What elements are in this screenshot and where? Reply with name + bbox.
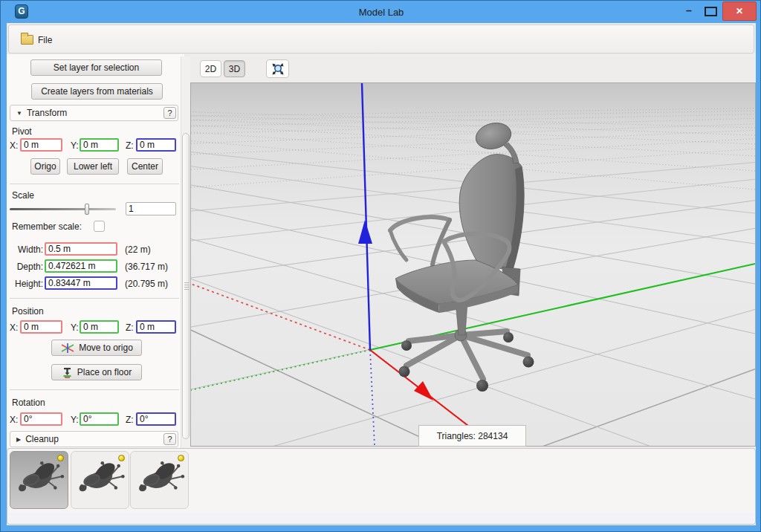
remember-scale-checkbox[interactable] — [94, 221, 105, 232]
create-layers-button[interactable]: Create layers from materials — [31, 83, 163, 100]
height-total: (20.795 m) — [125, 279, 168, 289]
width-label: Width: — [10, 244, 43, 255]
pivot-label: Pivot — [12, 126, 32, 137]
caster-wheel — [401, 340, 412, 351]
client-area: File Set layer for selection Create laye… — [7, 23, 756, 525]
menu-file-label: File — [38, 35, 52, 45]
scene-canvas — [191, 83, 755, 446]
divider — [10, 298, 179, 299]
cleanup-title: Cleanup — [25, 434, 59, 444]
thumbnail-panel — [7, 448, 756, 525]
pivot-lower-left-button[interactable]: Lower left — [67, 158, 119, 175]
menu-file[interactable]: File — [15, 30, 58, 49]
scale-label: Scale — [12, 190, 34, 201]
caster-wheel — [523, 357, 534, 368]
titlebar: G Model Lab – ✕ — [1, 1, 761, 23]
window-title: Model Lab — [1, 1, 761, 23]
chevron-down-icon: ▼ — [16, 110, 22, 117]
status-dot-icon — [118, 455, 125, 461]
zoom-extents-button[interactable] — [266, 59, 289, 78]
pivot-x-input[interactable] — [20, 138, 62, 152]
caster-wheel — [399, 366, 410, 377]
axes-icon — [60, 343, 75, 354]
left-panel: Set layer for selection Create layers fr… — [7, 54, 184, 448]
scale-slider-handle[interactable] — [85, 204, 89, 215]
scrollbar-grip — [184, 282, 189, 291]
set-layer-button[interactable]: Set layer for selection — [30, 59, 162, 76]
position-label: Position — [12, 306, 44, 317]
position-x-input[interactable] — [20, 320, 62, 334]
pivot-x-label: X: — [10, 140, 18, 151]
folder-icon — [21, 35, 33, 45]
status-dot-icon — [178, 455, 184, 461]
view-2d-button[interactable]: 2D — [200, 60, 221, 77]
model-thumbnail-3[interactable] — [130, 451, 189, 509]
remember-scale-label: Remember scale: — [12, 221, 82, 232]
thumbnail-panel-footer — [9, 513, 754, 523]
place-on-floor-icon — [62, 367, 73, 378]
close-button[interactable]: ✕ — [722, 1, 757, 21]
depth-input[interactable] — [45, 259, 117, 273]
depth-label: Depth: — [10, 262, 43, 272]
pivot-y-input[interactable] — [80, 138, 119, 152]
rotation-z-input[interactable] — [136, 412, 176, 426]
scale-slider[interactable] — [10, 208, 116, 210]
width-total: (22 m) — [125, 244, 151, 255]
height-input[interactable] — [45, 276, 117, 290]
transform-help-button[interactable]: ? — [163, 107, 176, 119]
transform-title: Transform — [27, 108, 67, 118]
pivot-z-label: Z: — [126, 140, 134, 151]
pivot-y-label: Y: — [71, 140, 79, 151]
menubar: File — [8, 25, 754, 53]
viewport-3d[interactable]: Triangles: 284134 — [190, 82, 756, 447]
position-z-input[interactable] — [136, 320, 176, 334]
place-on-floor-button[interactable]: Place on floor — [51, 364, 142, 380]
triangle-count-label: Triangles: 284134 — [418, 425, 526, 447]
panel-scrollbar[interactable] — [181, 56, 190, 448]
position-x-label: X: — [10, 322, 18, 333]
model-thumbnail-1[interactable] — [10, 451, 68, 509]
rotation-z-label: Z: — [126, 415, 134, 425]
height-label: Height: — [10, 279, 43, 289]
rotation-x-label: X: — [10, 415, 18, 425]
rotation-y-label: Y: — [71, 415, 79, 425]
rotation-y-input[interactable] — [80, 412, 119, 426]
caster-wheel — [503, 332, 514, 343]
divider — [10, 389, 179, 390]
maximize-button[interactable] — [705, 7, 717, 16]
chevron-right-icon: ▶ — [16, 436, 21, 443]
divider — [10, 184, 179, 184]
position-y-label: Y: — [71, 322, 79, 333]
scale-value-input[interactable] — [126, 202, 176, 215]
minimize-button[interactable]: – — [679, 3, 699, 20]
viewport-toolbar: 2D 3D — [190, 54, 756, 82]
move-to-origo-button[interactable]: Move to origo — [51, 340, 142, 356]
status-dot-icon — [57, 455, 64, 461]
width-input[interactable] — [45, 242, 117, 256]
cleanup-help-button[interactable]: ? — [163, 433, 176, 445]
position-z-label: Z: — [126, 322, 134, 333]
depth-total: (36.717 m) — [125, 262, 168, 272]
rotation-x-input[interactable] — [20, 412, 62, 426]
cleanup-section-header[interactable]: ▶ Cleanup ? — [10, 431, 178, 447]
app-window: G Model Lab – ✕ File Set layer for selec… — [0, 0, 761, 532]
panel-scrollbar-thumb[interactable] — [182, 133, 190, 439]
view-3d-button[interactable]: 3D — [224, 60, 245, 77]
pivot-z-input[interactable] — [136, 138, 176, 152]
rotation-label: Rotation — [12, 398, 45, 408]
position-y-input[interactable] — [80, 320, 119, 334]
zoom-extents-icon — [271, 62, 285, 76]
pivot-center-button[interactable]: Center — [127, 158, 163, 175]
caster-wheel — [476, 380, 488, 392]
pivot-origo-button[interactable]: Origo — [30, 158, 60, 175]
model-thumbnail-2[interactable] — [71, 451, 129, 509]
transform-section-header[interactable]: ▼ Transform ? — [10, 105, 178, 121]
